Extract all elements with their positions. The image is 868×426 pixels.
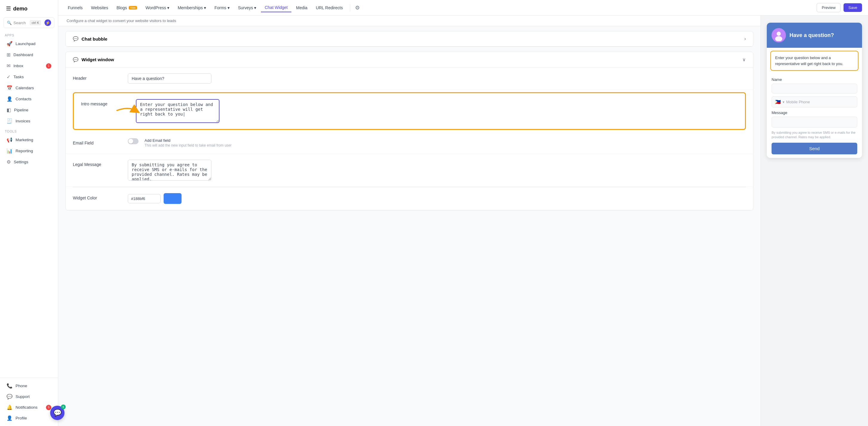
nav-wordpress-label: WordPress bbox=[146, 5, 166, 10]
nav-url-redirects[interactable]: URL Redirects bbox=[312, 4, 347, 12]
apps-section-label: Apps bbox=[0, 30, 58, 38]
sidebar-item-contacts[interactable]: 👤 Contacts bbox=[2, 94, 56, 104]
sidebar-item-reporting[interactable]: 📊 Reporting bbox=[2, 146, 56, 156]
phone-chevron-icon: ▾ bbox=[783, 100, 784, 104]
sidebar-label-pipeline: Pipeline bbox=[14, 108, 28, 112]
chat-bubble-section: 💬 Chat bubble › bbox=[65, 31, 753, 47]
widget-send-button[interactable]: Send bbox=[772, 143, 857, 154]
search-bar[interactable]: 🔍 Search ctrl K ⚡ bbox=[4, 17, 54, 28]
tasks-icon: ✓ bbox=[6, 74, 10, 80]
floating-chat-widget: 💬 6 bbox=[50, 406, 64, 420]
widget-body: Name 🇵🇭 ▾ Mobile Phone Message By submit… bbox=[767, 74, 862, 158]
sidebar-label-profile: Profile bbox=[16, 416, 27, 420]
sidebar-item-settings[interactable]: ⚙ Settings bbox=[2, 157, 56, 167]
nav-memberships[interactable]: Memberships ▾ bbox=[174, 4, 210, 12]
nav-blogs-label: Blogs bbox=[117, 5, 127, 10]
sidebar-item-profile[interactable]: 👤 Profile bbox=[2, 413, 56, 423]
email-field-toggle[interactable] bbox=[128, 138, 138, 144]
surveys-chevron-icon: ▾ bbox=[254, 5, 256, 10]
email-field-row: Email Field Add Email field This will ad… bbox=[66, 132, 753, 154]
sidebar-item-dashboard[interactable]: ⊞ Dashboard bbox=[2, 50, 56, 60]
widget-message-input[interactable] bbox=[772, 117, 857, 128]
sidebar-item-support[interactable]: 💬 Support bbox=[2, 391, 56, 402]
nav-surveys[interactable]: Surveys ▾ bbox=[235, 4, 260, 12]
nav-media-label: Media bbox=[296, 5, 308, 10]
header-label: Header bbox=[73, 73, 121, 80]
nav-wordpress[interactable]: WordPress ▾ bbox=[142, 4, 173, 12]
sidebar-item-launchpad[interactable]: 🚀 Launchpad bbox=[2, 38, 56, 49]
nav-blogs[interactable]: Blogs New bbox=[113, 4, 141, 12]
main-content: Funnels Websites Blogs New WordPress ▾ M… bbox=[58, 0, 868, 426]
intro-message-textarea[interactable]: Enter your question below and a represen… bbox=[136, 99, 219, 123]
marketing-icon: 📢 bbox=[6, 137, 12, 143]
sidebar-item-calendars[interactable]: 📅 Calendars bbox=[2, 83, 56, 93]
inbox-icon: ✉ bbox=[6, 63, 10, 69]
widget-message-label: Message bbox=[772, 110, 857, 115]
sidebar-item-inbox[interactable]: ✉ Inbox 1 bbox=[2, 61, 56, 71]
sidebar-label-support: Support bbox=[16, 394, 30, 399]
sidebar-item-notifications[interactable]: 🔔 Notifications 6 bbox=[2, 402, 56, 413]
invoices-icon: 🧾 bbox=[6, 118, 12, 124]
forms-chevron-icon: ▾ bbox=[227, 5, 229, 10]
toggle-knob bbox=[128, 139, 133, 143]
sidebar-item-marketing[interactable]: 📢 Marketing bbox=[2, 135, 56, 145]
header-input[interactable] bbox=[128, 73, 211, 84]
content-area: Configure a chat widget to convert your … bbox=[58, 15, 868, 426]
settings-gear-icon[interactable]: ⚙ bbox=[355, 4, 360, 11]
nav-funnels[interactable]: Funnels bbox=[64, 4, 86, 12]
dashboard-icon: ⊞ bbox=[6, 52, 10, 58]
notifications-icon: 🔔 bbox=[6, 404, 12, 410]
svg-point-1 bbox=[777, 32, 781, 36]
legal-message-textarea[interactable]: By submitting you agree to receive SMS o… bbox=[128, 160, 211, 181]
color-hex-input[interactable] bbox=[128, 194, 161, 203]
intro-message-container: → Intro message Enter your question belo… bbox=[66, 92, 753, 130]
chat-bubble-icon: 💬 bbox=[73, 36, 79, 41]
widget-window-section: 💬 Widget window ∨ Header bbox=[65, 52, 753, 210]
phone-icon: 📞 bbox=[6, 383, 12, 389]
nav-websites-label: Websites bbox=[91, 5, 108, 10]
chat-bubble-header[interactable]: 💬 Chat bubble › bbox=[66, 31, 753, 46]
widget-window-chevron-icon: ∨ bbox=[742, 57, 746, 62]
nav-websites[interactable]: Websites bbox=[88, 4, 112, 12]
sidebar-label-calendars: Calendars bbox=[16, 86, 34, 90]
widget-name-label: Name bbox=[772, 77, 857, 82]
sidebar-item-invoices[interactable]: 🧾 Invoices bbox=[2, 116, 56, 126]
color-swatch[interactable] bbox=[164, 193, 182, 204]
contacts-icon: 👤 bbox=[6, 96, 12, 102]
preview-button[interactable]: Preview bbox=[817, 3, 840, 12]
nav-forms[interactable]: Forms ▾ bbox=[211, 4, 233, 12]
nav-forms-label: Forms bbox=[214, 5, 226, 10]
floating-chat-button[interactable]: 💬 6 bbox=[50, 406, 64, 420]
sidebar-label-dashboard: Dashboard bbox=[13, 53, 33, 57]
sidebar-item-tasks[interactable]: ✓ Tasks bbox=[2, 72, 56, 82]
flash-icon[interactable]: ⚡ bbox=[44, 20, 51, 26]
widget-phone-row: 🇵🇭 ▾ Mobile Phone bbox=[772, 96, 857, 107]
sidebar-item-phone[interactable]: 📞 Phone bbox=[2, 381, 56, 391]
memberships-chevron-icon: ▾ bbox=[204, 5, 206, 10]
main-panel: Configure a chat widget to convert your … bbox=[58, 15, 761, 426]
widget-phone-placeholder: Mobile Phone bbox=[786, 100, 810, 104]
nav-chat-widget[interactable]: Chat Widget bbox=[261, 3, 291, 12]
hamburger-icon[interactable]: ☰ bbox=[6, 5, 11, 12]
save-button[interactable]: Save bbox=[843, 3, 862, 12]
widget-legal-text: By submitting you agree to receive SMS o… bbox=[772, 130, 857, 140]
chat-bubble-chevron-icon: › bbox=[744, 36, 746, 41]
chat-bubble-title: Chat bubble bbox=[82, 36, 107, 41]
widget-window-header[interactable]: 💬 Widget window ∨ bbox=[66, 52, 753, 67]
reporting-icon: 📊 bbox=[6, 148, 12, 154]
sidebar-label-contacts: Contacts bbox=[16, 97, 31, 101]
widget-color-label: Widget Color bbox=[73, 193, 121, 200]
nav-media[interactable]: Media bbox=[292, 4, 311, 12]
floating-chat-badge: 6 bbox=[61, 404, 66, 409]
app-logo: ☰ demo bbox=[0, 0, 58, 15]
widget-name-input[interactable] bbox=[772, 84, 857, 93]
widget-intro-box: Enter your question below and a represen… bbox=[770, 51, 859, 71]
page-subtitle: Configure a chat widget to convert your … bbox=[58, 15, 761, 26]
nav-funnels-label: Funnels bbox=[68, 5, 83, 10]
header-row: Header bbox=[66, 67, 753, 90]
sidebar-item-pipeline[interactable]: ◧ Pipeline bbox=[2, 105, 56, 115]
search-shortcut: ctrl K bbox=[30, 20, 41, 25]
sidebar-label-phone: Phone bbox=[16, 384, 27, 388]
support-icon: 💬 bbox=[6, 394, 12, 399]
preview-panel: Have a question? Enter your question bel… bbox=[761, 15, 868, 426]
